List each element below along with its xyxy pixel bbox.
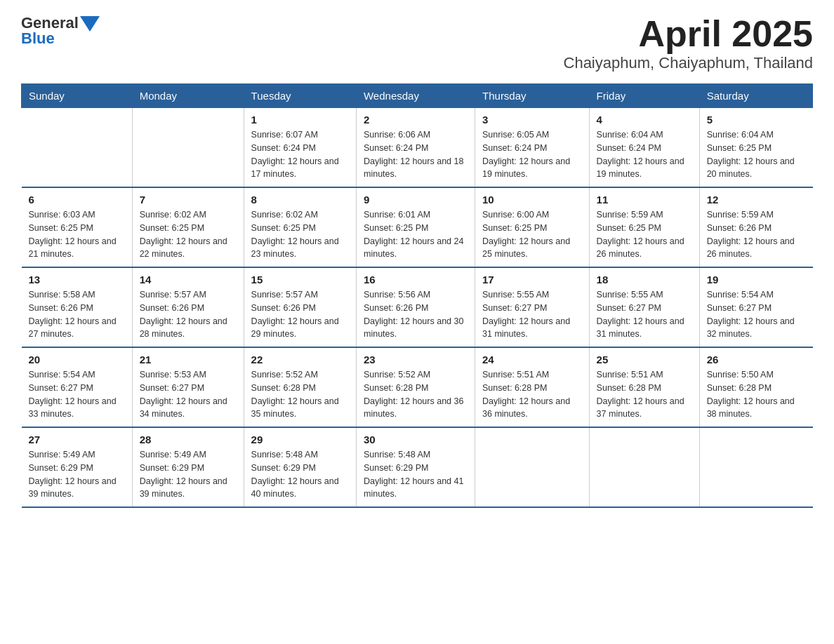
day-number: 22 <box>251 354 349 365</box>
calendar-cell: 30Sunrise: 5:48 AMSunset: 6:29 PMDayligh… <box>356 427 475 507</box>
calendar-cell: 22Sunrise: 5:52 AMSunset: 6:28 PMDayligh… <box>244 347 356 427</box>
day-info: Sunrise: 6:02 AMSunset: 6:25 PMDaylight:… <box>140 208 237 261</box>
day-number: 6 <box>29 194 125 206</box>
day-number: 21 <box>140 354 237 365</box>
day-number: 8 <box>251 194 349 206</box>
weekday-header-saturday: Saturday <box>699 84 812 108</box>
calendar-cell: 8Sunrise: 6:02 AMSunset: 6:25 PMDaylight… <box>244 187 356 267</box>
day-number: 20 <box>29 354 125 365</box>
day-info: Sunrise: 6:02 AMSunset: 6:25 PMDaylight:… <box>251 208 349 261</box>
day-info: Sunrise: 6:00 AMSunset: 6:25 PMDaylight:… <box>482 208 582 261</box>
day-info: Sunrise: 6:07 AMSunset: 6:24 PMDaylight:… <box>251 128 349 181</box>
calendar-subtitle: Chaiyaphum, Chaiyaphum, Thailand <box>564 54 813 72</box>
calendar-cell: 15Sunrise: 5:57 AMSunset: 6:26 PMDayligh… <box>244 267 356 347</box>
logo: General Blue <box>21 14 100 48</box>
calendar-cell: 4Sunrise: 6:04 AMSunset: 6:24 PMDaylight… <box>589 108 699 188</box>
calendar-cell: 6Sunrise: 6:03 AMSunset: 6:25 PMDaylight… <box>22 187 133 267</box>
day-number: 19 <box>707 274 806 286</box>
calendar-week-row: 13Sunrise: 5:58 AMSunset: 6:26 PMDayligh… <box>22 267 813 347</box>
calendar-week-row: 1Sunrise: 6:07 AMSunset: 6:24 PMDaylight… <box>22 108 813 188</box>
day-number: 26 <box>707 354 806 365</box>
calendar-cell: 1Sunrise: 6:07 AMSunset: 6:24 PMDaylight… <box>244 108 356 188</box>
logo-blue: Blue <box>21 29 55 48</box>
calendar-cell: 7Sunrise: 6:02 AMSunset: 6:25 PMDaylight… <box>132 187 244 267</box>
calendar-cell: 23Sunrise: 5:52 AMSunset: 6:28 PMDayligh… <box>356 347 475 427</box>
weekday-header-monday: Monday <box>132 84 244 108</box>
day-info: Sunrise: 6:01 AMSunset: 6:25 PMDaylight:… <box>364 208 468 261</box>
day-number: 11 <box>597 194 692 206</box>
calendar-cell: 29Sunrise: 5:48 AMSunset: 6:29 PMDayligh… <box>244 427 356 507</box>
day-info: Sunrise: 5:48 AMSunset: 6:29 PMDaylight:… <box>364 448 468 501</box>
day-number: 14 <box>140 274 237 286</box>
day-number: 17 <box>482 274 582 286</box>
calendar-cell: 24Sunrise: 5:51 AMSunset: 6:28 PMDayligh… <box>475 347 590 427</box>
day-info: Sunrise: 5:52 AMSunset: 6:28 PMDaylight:… <box>364 368 468 421</box>
day-info: Sunrise: 6:04 AMSunset: 6:24 PMDaylight:… <box>597 128 692 181</box>
calendar-cell: 9Sunrise: 6:01 AMSunset: 6:25 PMDaylight… <box>356 187 475 267</box>
day-info: Sunrise: 5:59 AMSunset: 6:25 PMDaylight:… <box>597 208 692 261</box>
day-info: Sunrise: 5:54 AMSunset: 6:27 PMDaylight:… <box>29 368 125 421</box>
calendar-week-row: 20Sunrise: 5:54 AMSunset: 6:27 PMDayligh… <box>22 347 813 427</box>
calendar-cell <box>132 108 244 188</box>
day-info: Sunrise: 5:54 AMSunset: 6:27 PMDaylight:… <box>707 288 806 341</box>
day-number: 12 <box>707 194 806 206</box>
day-info: Sunrise: 5:49 AMSunset: 6:29 PMDaylight:… <box>140 448 237 501</box>
day-number: 4 <box>597 114 692 126</box>
calendar-cell: 2Sunrise: 6:06 AMSunset: 6:24 PMDaylight… <box>356 108 475 188</box>
calendar-table: SundayMondayTuesdayWednesdayThursdayFrid… <box>21 83 813 508</box>
page-header: General Blue April 2025 Chaiyaphum, Chai… <box>21 14 813 72</box>
calendar-cell: 26Sunrise: 5:50 AMSunset: 6:28 PMDayligh… <box>699 347 812 427</box>
day-info: Sunrise: 6:05 AMSunset: 6:24 PMDaylight:… <box>482 128 582 181</box>
day-info: Sunrise: 5:55 AMSunset: 6:27 PMDaylight:… <box>482 288 582 341</box>
day-info: Sunrise: 5:59 AMSunset: 6:26 PMDaylight:… <box>707 208 806 261</box>
calendar-cell <box>22 108 133 188</box>
day-number: 5 <box>707 114 806 126</box>
logo-triangle-icon <box>80 16 100 32</box>
day-info: Sunrise: 6:03 AMSunset: 6:25 PMDaylight:… <box>29 208 125 261</box>
day-number: 23 <box>364 354 468 365</box>
day-number: 7 <box>140 194 237 206</box>
day-info: Sunrise: 5:57 AMSunset: 6:26 PMDaylight:… <box>140 288 237 341</box>
weekday-header-friday: Friday <box>589 84 699 108</box>
day-number: 30 <box>364 434 468 445</box>
calendar-cell: 16Sunrise: 5:56 AMSunset: 6:26 PMDayligh… <box>356 267 475 347</box>
day-info: Sunrise: 5:52 AMSunset: 6:28 PMDaylight:… <box>251 368 349 421</box>
calendar-cell <box>589 427 699 507</box>
calendar-week-row: 27Sunrise: 5:49 AMSunset: 6:29 PMDayligh… <box>22 427 813 507</box>
weekday-header-tuesday: Tuesday <box>244 84 356 108</box>
calendar-cell: 14Sunrise: 5:57 AMSunset: 6:26 PMDayligh… <box>132 267 244 347</box>
day-info: Sunrise: 5:50 AMSunset: 6:28 PMDaylight:… <box>707 368 806 421</box>
calendar-cell: 12Sunrise: 5:59 AMSunset: 6:26 PMDayligh… <box>699 187 812 267</box>
day-info: Sunrise: 5:48 AMSunset: 6:29 PMDaylight:… <box>251 448 349 501</box>
weekday-header-sunday: Sunday <box>22 84 133 108</box>
calendar-title: April 2025 <box>564 14 813 54</box>
day-info: Sunrise: 5:55 AMSunset: 6:27 PMDaylight:… <box>597 288 692 341</box>
day-number: 15 <box>251 274 349 286</box>
calendar-cell: 28Sunrise: 5:49 AMSunset: 6:29 PMDayligh… <box>132 427 244 507</box>
calendar-cell: 20Sunrise: 5:54 AMSunset: 6:27 PMDayligh… <box>22 347 133 427</box>
calendar-cell: 19Sunrise: 5:54 AMSunset: 6:27 PMDayligh… <box>699 267 812 347</box>
weekday-header-wednesday: Wednesday <box>356 84 475 108</box>
day-number: 27 <box>29 434 125 445</box>
day-info: Sunrise: 6:04 AMSunset: 6:25 PMDaylight:… <box>707 128 806 181</box>
calendar-cell: 27Sunrise: 5:49 AMSunset: 6:29 PMDayligh… <box>22 427 133 507</box>
day-info: Sunrise: 6:06 AMSunset: 6:24 PMDaylight:… <box>364 128 468 181</box>
day-number: 3 <box>482 114 582 126</box>
calendar-cell: 21Sunrise: 5:53 AMSunset: 6:27 PMDayligh… <box>132 347 244 427</box>
day-info: Sunrise: 5:56 AMSunset: 6:26 PMDaylight:… <box>364 288 468 341</box>
day-number: 24 <box>482 354 582 365</box>
day-info: Sunrise: 5:51 AMSunset: 6:28 PMDaylight:… <box>597 368 692 421</box>
calendar-cell: 17Sunrise: 5:55 AMSunset: 6:27 PMDayligh… <box>475 267 590 347</box>
title-block: April 2025 Chaiyaphum, Chaiyaphum, Thail… <box>564 14 813 72</box>
day-info: Sunrise: 5:53 AMSunset: 6:27 PMDaylight:… <box>140 368 237 421</box>
weekday-header-row: SundayMondayTuesdayWednesdayThursdayFrid… <box>22 84 813 108</box>
calendar-cell: 11Sunrise: 5:59 AMSunset: 6:25 PMDayligh… <box>589 187 699 267</box>
calendar-cell: 10Sunrise: 6:00 AMSunset: 6:25 PMDayligh… <box>475 187 590 267</box>
day-number: 1 <box>251 114 349 126</box>
day-info: Sunrise: 5:58 AMSunset: 6:26 PMDaylight:… <box>29 288 125 341</box>
day-number: 28 <box>140 434 237 445</box>
day-info: Sunrise: 5:49 AMSunset: 6:29 PMDaylight:… <box>29 448 125 501</box>
calendar-cell <box>475 427 590 507</box>
day-number: 18 <box>597 274 692 286</box>
calendar-cell: 18Sunrise: 5:55 AMSunset: 6:27 PMDayligh… <box>589 267 699 347</box>
